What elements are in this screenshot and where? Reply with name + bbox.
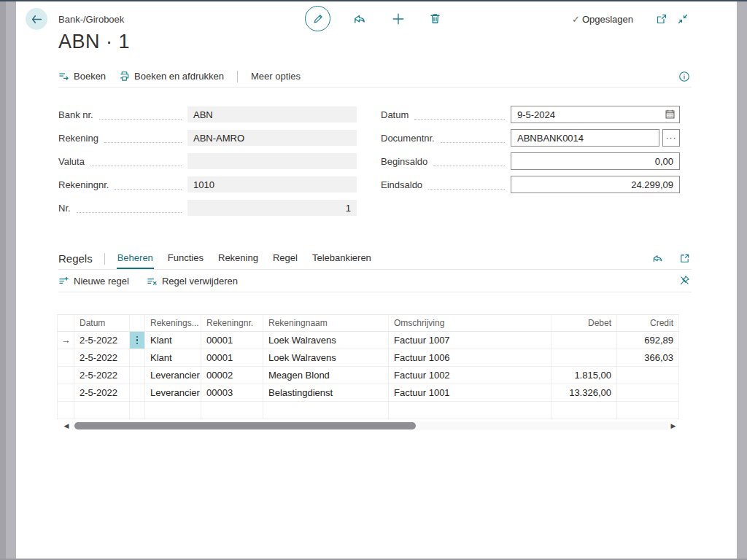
datum-input[interactable]: [511, 106, 680, 123]
delete-record-button[interactable]: [429, 12, 441, 25]
cell-datum[interactable]: 2-5-2022: [74, 384, 130, 402]
header-rekeningstype[interactable]: Rekenings...: [145, 315, 201, 332]
cell-omschrijving[interactable]: Factuur 1002: [389, 367, 551, 384]
back-button[interactable]: [26, 8, 47, 30]
cell-debet[interactable]: 1.815,00: [551, 367, 617, 384]
cell-rekeningnaam[interactable]: Belastingdienst: [263, 384, 389, 402]
rekeningnr-field[interactable]: 1010: [187, 176, 357, 192]
cell-rekeningnr[interactable]: 00001: [201, 349, 263, 367]
cell-omschrijving[interactable]: Factuur 1001: [389, 384, 551, 402]
cell-credit[interactable]: 366,03: [617, 349, 679, 367]
window-left-edge-light: [6, 0, 16, 560]
scroll-left-arrow[interactable]: ◀: [61, 420, 71, 432]
cell-rekeningnr[interactable]: 00002: [201, 367, 263, 384]
cell-debet[interactable]: 13.326,00: [551, 384, 617, 402]
info-button[interactable]: [678, 71, 690, 82]
menu-regel[interactable]: Regel: [272, 248, 298, 269]
cell-credit[interactable]: [617, 384, 679, 402]
menu-rekening[interactable]: Rekening: [217, 248, 259, 269]
row-selector[interactable]: [58, 349, 74, 367]
cell-credit[interactable]: [617, 402, 679, 419]
new-line-label: Nieuwe regel: [74, 276, 129, 287]
cell-rekeningstype[interactable]: [145, 402, 201, 419]
plus-icon: [392, 12, 405, 26]
header-options-column: [130, 315, 145, 332]
field-eindsaldo: Eindsaldo: [381, 173, 680, 196]
cell-datum[interactable]: 2-5-2022: [74, 349, 130, 367]
popout-icon: [656, 13, 667, 25]
cell-rekeningnaam[interactable]: [263, 402, 389, 419]
cell-rekeningnr[interactable]: 00003: [201, 384, 263, 402]
post-and-print-button[interactable]: Boeken en afdrukken: [119, 71, 224, 82]
scrollbar-thumb[interactable]: [74, 422, 416, 429]
delete-line-button[interactable]: Regel verwijderen: [147, 276, 238, 287]
rekening-field[interactable]: ABN-AMRO: [187, 130, 357, 146]
bank-nr-field[interactable]: ABN: [187, 106, 357, 122]
cell-rekeningstype[interactable]: Leverancier: [145, 367, 201, 384]
nr-field[interactable]: 1: [187, 200, 357, 216]
scrollbar-track[interactable]: [71, 421, 668, 430]
field-label: Nr.: [58, 203, 71, 214]
cell-row-options[interactable]: [130, 367, 145, 384]
dotted-leader: [428, 176, 505, 190]
cell-row-options[interactable]: [130, 384, 145, 402]
part-share-button[interactable]: [652, 253, 663, 264]
collapse-view-button[interactable]: [677, 13, 689, 25]
cell-omschrijving[interactable]: Factuur 1007: [389, 332, 551, 349]
cell-rekeningnr[interactable]: [201, 402, 263, 419]
header-debet[interactable]: Debet: [551, 315, 617, 332]
cell-rekeningnaam[interactable]: Loek Walravens: [263, 349, 389, 367]
cell-omschrijving[interactable]: Factuur 1006: [389, 349, 551, 367]
cell-rekeningnaam[interactable]: Meagen Blond: [263, 367, 389, 384]
new-line-button[interactable]: Nieuwe regel: [58, 276, 129, 287]
header-rekeningnr[interactable]: Rekeningnr.: [201, 315, 263, 332]
open-in-new-window-button[interactable]: [656, 13, 667, 25]
scroll-right-arrow[interactable]: ▶: [668, 420, 678, 432]
more-options-button[interactable]: Meer opties: [251, 71, 301, 82]
beginsaldo-input[interactable]: [511, 152, 680, 170]
cell-rekeningnr[interactable]: 00001: [201, 332, 263, 349]
menu-telebankieren[interactable]: Telebankieren: [311, 248, 372, 269]
cell-rekeningstype[interactable]: Leverancier: [145, 384, 201, 402]
cell-credit[interactable]: [617, 367, 679, 384]
cell-debet[interactable]: [551, 332, 617, 349]
row-selector[interactable]: [58, 402, 74, 419]
field-rekeningnr: Rekeningnr. 1010: [58, 173, 357, 196]
cell-debet[interactable]: [551, 402, 617, 419]
cell-row-options[interactable]: [130, 402, 145, 419]
cell-omschrijving[interactable]: [389, 402, 551, 419]
cell-rekeningnaam[interactable]: Loek Walravens: [263, 332, 389, 349]
cell-credit[interactable]: 692,89: [617, 332, 679, 349]
documentnr-assist-button[interactable]: ···: [662, 129, 680, 147]
dotted-leader: [115, 176, 182, 190]
new-record-button[interactable]: [392, 12, 405, 26]
cell-datum[interactable]: 2-5-2022: [74, 332, 130, 349]
calendar-icon[interactable]: [665, 109, 676, 120]
cell-row-options[interactable]: [130, 349, 145, 367]
header-rekeningnaam[interactable]: Rekeningnaam: [263, 315, 389, 332]
cell-rekeningstype[interactable]: Klant: [145, 332, 201, 349]
header-omschrijving[interactable]: Omschrijving: [389, 315, 551, 332]
delete-line-label: Regel verwijderen: [162, 276, 238, 287]
cell-row-options[interactable]: [130, 332, 145, 349]
valuta-field[interactable]: [187, 153, 357, 169]
post-button[interactable]: Boeken: [58, 71, 106, 82]
header-datum[interactable]: Datum: [74, 315, 130, 332]
cell-datum[interactable]: 2-5-2022: [74, 367, 130, 384]
row-selector[interactable]: →: [58, 332, 74, 349]
row-selector[interactable]: [58, 384, 74, 402]
menu-functies[interactable]: Functies: [167, 248, 204, 269]
cell-debet[interactable]: [551, 349, 617, 367]
documentnr-input[interactable]: [511, 129, 659, 147]
edit-mode-button[interactable]: [305, 6, 330, 31]
eindsaldo-input[interactable]: [511, 176, 680, 193]
part-focus-mode-button[interactable]: [679, 253, 690, 264]
field-label: Rekeningnr.: [58, 179, 109, 190]
share-button[interactable]: [353, 12, 366, 26]
cell-rekeningstype[interactable]: Klant: [145, 349, 201, 367]
unpin-toolbar-button[interactable]: [679, 275, 690, 286]
header-credit[interactable]: Credit: [617, 315, 679, 332]
cell-datum[interactable]: [74, 402, 130, 419]
row-selector[interactable]: [58, 367, 74, 384]
menu-beheren[interactable]: Beheren: [117, 248, 154, 269]
